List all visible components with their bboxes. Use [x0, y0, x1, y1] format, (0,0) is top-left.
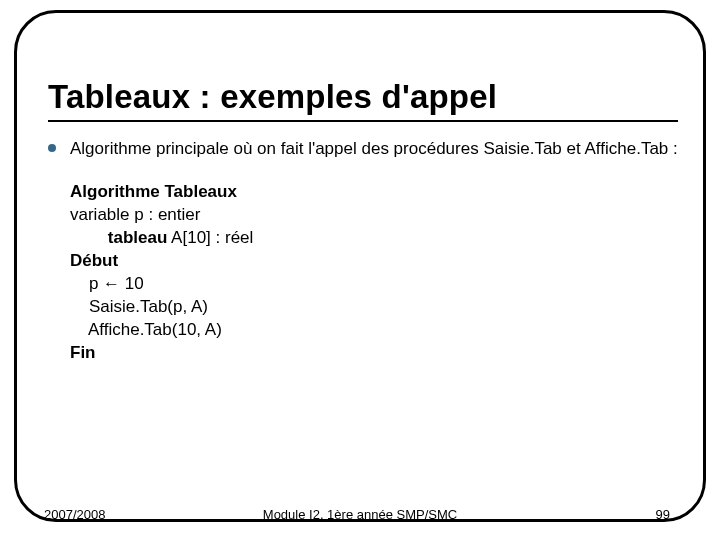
algo-begin: Début — [70, 250, 678, 273]
bullet-icon — [48, 144, 56, 152]
bullet-text: Algorithme principale où on fait l'appel… — [70, 138, 678, 159]
title-rule — [48, 120, 678, 122]
algo-stmt-3: Affiche.Tab(10, A) — [70, 319, 678, 342]
footer-center: Module I2, 1ère année SMP/SMC — [0, 507, 720, 522]
algo-end: Fin — [70, 342, 678, 365]
algo-var-decl: variable p : entier — [70, 204, 678, 227]
algo-tab-rest: A[10] : réel — [167, 228, 253, 247]
algo-stmt-1: p ← 10 — [70, 273, 678, 296]
bullet-item: Algorithme principale où on fait l'appel… — [48, 138, 678, 159]
slide: Tableaux : exemples d'appel Algorithme p… — [0, 0, 720, 540]
slide-footer: 2007/2008 Module I2, 1ère année SMP/SMC … — [0, 507, 720, 522]
algo-keyword: Algorithme — [70, 182, 160, 201]
slide-title: Tableaux : exemples d'appel — [48, 78, 678, 116]
algo-name: Tableaux — [160, 182, 237, 201]
slide-content: Tableaux : exemples d'appel Algorithme p… — [48, 78, 678, 365]
algo-tab-decl: tableau A[10] : réel — [70, 227, 678, 250]
algorithm-block: Algorithme Tableaux variable p : entier … — [70, 181, 678, 365]
algo-header: Algorithme Tableaux — [70, 181, 678, 204]
algo-stmt-2: Saisie.Tab(p, A) — [70, 296, 678, 319]
algo-tab-keyword: tableau — [108, 228, 168, 247]
